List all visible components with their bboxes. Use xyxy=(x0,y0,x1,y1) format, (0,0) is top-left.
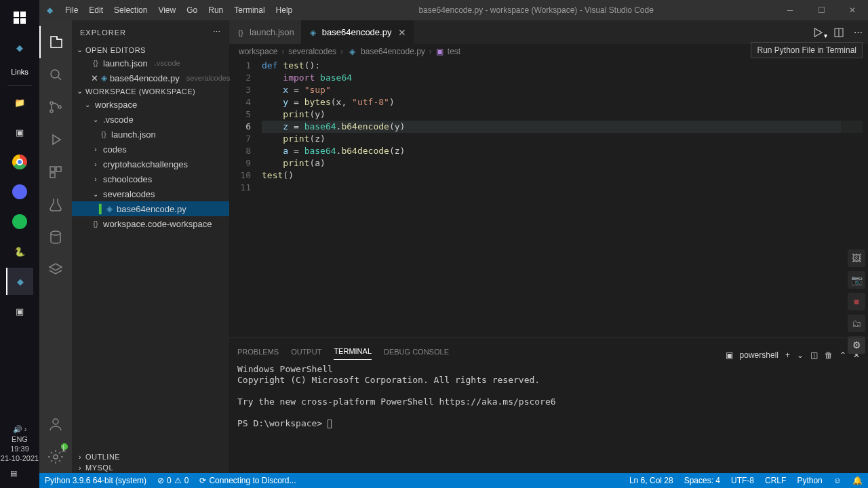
source-control-icon[interactable] xyxy=(39,91,72,123)
tab-debug[interactable]: DEBUG CONSOLE xyxy=(384,348,449,360)
svg-point-5 xyxy=(50,102,53,104)
shell-name[interactable]: powershell xyxy=(740,350,778,360)
search-icon[interactable] xyxy=(39,58,72,91)
svg-rect-3 xyxy=(20,18,26,24)
open-editor-launch[interactable]: launch.json .vscode xyxy=(72,56,229,70)
spotify-icon[interactable] xyxy=(6,208,33,235)
tree-school[interactable]: ›schoolcodes xyxy=(72,171,229,186)
mysql-header[interactable]: ›MYSQL xyxy=(72,462,229,473)
menu-selection[interactable]: Selection xyxy=(108,5,153,15)
more-icon[interactable]: ⋯ xyxy=(213,28,221,37)
vscode-running-icon[interactable]: ◆ xyxy=(6,268,33,295)
status-errors[interactable]: ⊘ 0 ⚠ 0 xyxy=(152,476,194,485)
date-indicator: 21-10-2021 xyxy=(0,454,39,462)
terminal[interactable]: Windows PowerShell Copyright (C) Microso… xyxy=(229,360,868,473)
status-eol[interactable]: CRLF xyxy=(760,476,791,485)
menu-run[interactable]: Run xyxy=(203,5,229,15)
tab-b64[interactable]: base64encode.py ✕ xyxy=(302,20,414,44)
status-encoding[interactable]: UTF-8 xyxy=(726,476,760,485)
sound-icon[interactable]: 🔊 › xyxy=(0,425,39,434)
open-editor-b64[interactable]: ✕ base64encode.py severalcodes xyxy=(72,70,229,85)
feedback-icon[interactable]: ☺ xyxy=(828,476,847,485)
tree-ws[interactable]: workspace.code-workspace xyxy=(72,216,229,231)
tree-workspace[interactable]: ⌄workspace xyxy=(72,97,229,112)
vscode-taskbar-icon[interactable]: ◆ xyxy=(6,34,33,61)
status-discord[interactable]: ⟳ Connecting to Discord... xyxy=(194,476,301,485)
json-icon xyxy=(91,219,100,228)
chevron-down-icon: ⌄ xyxy=(75,87,85,96)
windows-taskbar: ◆ Links 📁 ▣ 🐍 ◆ ▣ 🔊 › ENG 19:39 21-10-20… xyxy=(0,0,39,488)
tree-codes[interactable]: ›codes xyxy=(72,142,229,157)
menu-edit[interactable]: Edit xyxy=(83,5,108,15)
layers-icon[interactable] xyxy=(39,253,72,286)
chevron-right-icon: › xyxy=(91,146,100,153)
status-lang[interactable]: Python xyxy=(791,476,827,485)
menu-help[interactable]: Help xyxy=(271,5,298,15)
open-editors-header[interactable]: ⌄ OPEN EDITORS xyxy=(72,44,229,56)
tab-output[interactable]: OUTPUT xyxy=(291,348,321,360)
account-icon[interactable] xyxy=(39,408,72,441)
code-body[interactable]: def test(): import base64 x = "sup" y = … xyxy=(262,60,868,338)
tab-terminal[interactable]: TERMINAL xyxy=(334,347,372,360)
start-icon[interactable] xyxy=(6,4,33,31)
json-icon xyxy=(99,129,108,139)
recorder-icon[interactable]: ▣ xyxy=(6,298,33,325)
svg-rect-1 xyxy=(20,12,26,17)
statusbar: Python 3.9.6 64-bit (system) ⊘ 0 ⚠ 0 ⟳ C… xyxy=(39,473,868,488)
testing-icon[interactable] xyxy=(39,188,72,221)
gear-icon[interactable]: ⚙ xyxy=(848,336,865,354)
explorer-folder-icon[interactable]: 📁 xyxy=(6,89,33,116)
more-actions-icon[interactable]: ⋯ xyxy=(854,27,863,37)
outline-header[interactable]: ›OUTLINE xyxy=(72,451,229,462)
workspace-header[interactable]: ⌄ WORKSPACE (WORKSPACE) xyxy=(72,85,229,97)
chrome-icon[interactable] xyxy=(6,148,33,176)
minimize-icon[interactable]: ─ xyxy=(774,5,806,15)
tree-b64[interactable]: ▍base64encode.py xyxy=(72,201,229,216)
tree-launch[interactable]: launch.json xyxy=(72,127,229,142)
chevron-down-icon: ⌄ xyxy=(91,190,100,198)
split-terminal-icon[interactable]: ◫ xyxy=(810,350,818,360)
close-tab-icon[interactable]: ✕ xyxy=(398,27,406,38)
svg-point-4 xyxy=(51,70,59,78)
minimap[interactable] xyxy=(841,60,868,338)
new-terminal-icon[interactable]: + xyxy=(785,350,790,360)
terminal-app-icon[interactable]: ▣ xyxy=(6,119,33,146)
svg-rect-0 xyxy=(14,12,19,17)
python-icon[interactable]: 🐍 xyxy=(6,238,33,265)
shell-icon: ▣ xyxy=(726,350,733,360)
db-icon[interactable] xyxy=(39,221,72,253)
maximize-icon[interactable]: ☐ xyxy=(806,5,837,15)
titlebar: ◆ File Edit Selection View Go Run Termin… xyxy=(39,0,868,20)
editor[interactable]: 12345 6 7891011 def test(): import base6… xyxy=(229,60,868,338)
tree-vscode[interactable]: ⌄.vscode xyxy=(72,112,229,127)
tree-crypto[interactable]: ›cryptohackchallenges xyxy=(72,157,229,171)
explorer-icon[interactable] xyxy=(39,26,72,58)
lang-indicator[interactable]: ENG xyxy=(0,435,39,443)
extensions-icon[interactable] xyxy=(39,156,72,188)
status-spaces[interactable]: Spaces: 4 xyxy=(679,476,726,485)
discord-icon[interactable] xyxy=(6,178,33,205)
bell-icon[interactable]: 🔔 xyxy=(847,476,868,485)
menu-terminal[interactable]: Terminal xyxy=(229,5,270,15)
tab-launch[interactable]: launch.json xyxy=(229,20,302,44)
tree-several[interactable]: ⌄severalcodes xyxy=(72,186,229,201)
debug-icon[interactable] xyxy=(39,123,72,156)
tray-icon[interactable]: ▤ xyxy=(0,464,27,483)
svg-point-6 xyxy=(50,110,53,113)
svg-rect-8 xyxy=(50,167,55,171)
chevron-right-icon: › xyxy=(75,464,85,472)
close-icon[interactable]: ✕ xyxy=(91,73,98,83)
trash-icon[interactable]: 🗑 xyxy=(825,350,833,360)
tab-problems[interactable]: PROBLEMS xyxy=(237,348,279,360)
links-label[interactable]: Links xyxy=(11,68,28,76)
status-python[interactable]: Python 3.9.6 64-bit (system) xyxy=(39,476,152,485)
chevron-up-icon[interactable]: ⌃ xyxy=(840,350,846,360)
close-window-icon[interactable]: ✕ xyxy=(837,5,868,15)
split-editor-icon[interactable] xyxy=(833,27,844,38)
terminal-dropdown-icon[interactable]: ⌄ xyxy=(797,350,804,360)
menu-go[interactable]: Go xyxy=(181,5,203,15)
status-position[interactable]: Ln 6, Col 28 xyxy=(624,476,679,485)
run-button[interactable]: ▾ xyxy=(812,26,824,39)
menu-file[interactable]: File xyxy=(60,5,83,15)
menu-view[interactable]: View xyxy=(153,5,181,15)
